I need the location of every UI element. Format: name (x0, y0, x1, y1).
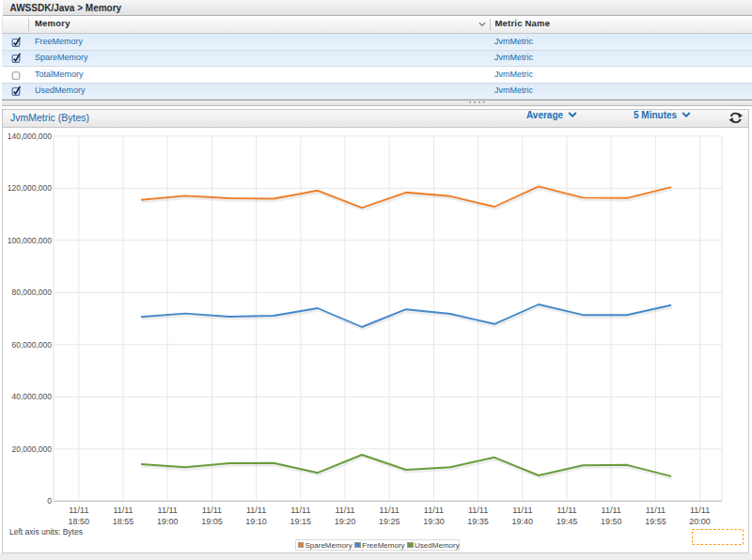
svg-text:11/1119:20: 11/1119:20 (335, 506, 356, 526)
svg-text:60,000,000: 60,000,000 (11, 340, 52, 350)
svg-text:11/1120:00: 11/1120:00 (689, 506, 711, 526)
svg-text:11/1119:00: 11/1119:00 (157, 506, 179, 526)
svg-text:80,000,000: 80,000,000 (11, 288, 52, 297)
svg-text:11/1119:25: 11/1119:25 (379, 506, 400, 526)
svg-text:20,000,000: 20,000,000 (11, 444, 52, 454)
svg-text:11/1119:30: 11/1119:30 (423, 506, 445, 526)
svg-text:140,000,000: 140,000,000 (8, 132, 53, 141)
svg-text:11/1119:50: 11/1119:50 (601, 506, 622, 526)
svg-text:11/1119:05: 11/1119:05 (201, 506, 223, 526)
svg-text:0: 0 (47, 496, 52, 506)
svg-text:11/1119:10: 11/1119:10 (245, 506, 267, 526)
svg-text:11/1119:35: 11/1119:35 (467, 506, 489, 526)
svg-text:11/1118:55: 11/1118:55 (113, 506, 134, 526)
svg-text:11/1119:40: 11/1119:40 (512, 506, 534, 526)
svg-text:40,000,000: 40,000,000 (11, 392, 52, 401)
svg-text:11/1118:50: 11/1118:50 (69, 506, 90, 526)
svg-text:11/1119:15: 11/1119:15 (290, 506, 312, 526)
svg-text:120,000,000: 120,000,000 (8, 183, 53, 193)
svg-text:11/1119:45: 11/1119:45 (556, 506, 578, 526)
svg-text:100,000,000: 100,000,000 (8, 236, 53, 245)
svg-text:11/1119:55: 11/1119:55 (645, 506, 666, 526)
